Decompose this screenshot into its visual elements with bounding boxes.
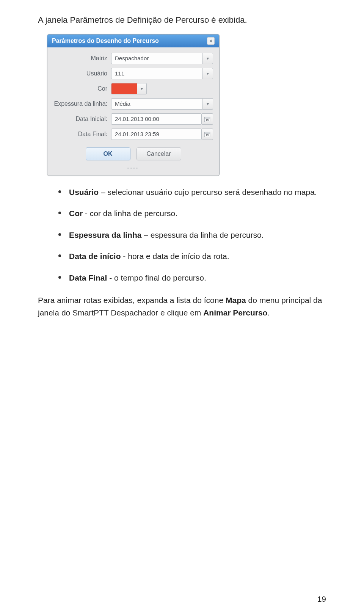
date-inicial[interactable]: 24.01.2013 00:00 15 xyxy=(111,113,213,125)
bullet-term: Cor xyxy=(69,209,83,218)
input-espessura[interactable]: Média xyxy=(111,98,202,110)
dialog-titlebar[interactable]: Parâmetros do Desenho do Percurso × xyxy=(47,35,219,47)
bullet-term: Data de início xyxy=(69,252,121,260)
bullet-text: hora e data de início da rota. xyxy=(128,252,229,260)
dialog-footer: OK Cancelar xyxy=(53,144,213,166)
row-cor: Cor ▾ xyxy=(53,83,213,94)
bullet-term: Usuário xyxy=(69,188,99,196)
bullet-text: cor da linha de percurso. xyxy=(90,209,177,218)
svg-text:15: 15 xyxy=(206,118,209,122)
bullet-sep: – xyxy=(99,188,107,196)
list-item: Data de início - hora e data de início d… xyxy=(58,251,326,262)
combo-matriz[interactable]: Despachador ▾ xyxy=(111,53,213,64)
para-bold: Mapa xyxy=(226,296,246,304)
intro-text: A janela Parâmetros de Definição de Perc… xyxy=(38,15,326,25)
ok-button[interactable]: OK xyxy=(86,147,130,160)
calendar-icon[interactable]: 15 xyxy=(202,113,213,125)
para-text: Para animar rotas exibidas, expanda a li… xyxy=(38,296,226,304)
label-usuario: Usuário xyxy=(53,70,111,77)
cancel-button[interactable]: Cancelar xyxy=(136,147,181,160)
instruction-paragraph: Para animar rotas exibidas, expanda a li… xyxy=(38,294,326,319)
para-text: . xyxy=(267,308,270,317)
bullet-sep: - xyxy=(121,252,128,260)
row-matriz: Matriz Despachador ▾ xyxy=(53,53,213,64)
input-usuario[interactable]: 111 xyxy=(111,68,202,79)
calendar-icon[interactable]: 15 xyxy=(202,129,213,140)
bullet-term: Data Final xyxy=(69,273,107,282)
chevron-down-icon[interactable]: ▾ xyxy=(202,53,213,64)
label-data-final: Data Final: xyxy=(53,131,111,138)
bullet-text: espessura da linha de percurso. xyxy=(151,231,264,239)
label-espessura: Expessura da linha: xyxy=(53,100,111,107)
bullet-sep: - xyxy=(107,273,114,282)
list-item: Usuário – selecionar usuário cujo percur… xyxy=(58,187,326,198)
combo-espessura[interactable]: Média ▾ xyxy=(111,98,213,110)
svg-text:15: 15 xyxy=(206,133,209,137)
bullet-text: selecionar usuário cujo percurso será de… xyxy=(108,188,317,196)
row-espessura: Expessura da linha: Média ▾ xyxy=(53,98,213,110)
row-usuario: Usuário 111 ▾ xyxy=(53,68,213,79)
bullet-sep: – xyxy=(141,231,150,239)
chevron-down-icon[interactable]: ▾ xyxy=(202,68,213,79)
label-matriz: Matriz xyxy=(53,55,111,62)
page-number: 19 xyxy=(317,595,326,604)
row-data-inicial: Data Inicial: 24.01.2013 00:00 15 xyxy=(53,113,213,125)
dialog-route-params: Parâmetros do Desenho do Percurso × Matr… xyxy=(47,34,220,176)
combo-usuario[interactable]: 111 ▾ xyxy=(111,68,213,79)
list-item: Espessura da linha – espessura da linha … xyxy=(58,229,326,241)
list-item: Cor - cor da linha de percurso. xyxy=(58,208,326,219)
dialog-title-label: Parâmetros do Desenho do Percurso xyxy=(52,38,159,44)
list-item: Data Final - o tempo final do percurso. xyxy=(58,272,326,284)
resize-handle-icon[interactable]: •••• xyxy=(53,166,213,173)
input-data-final[interactable]: 24.01.2013 23:59 xyxy=(111,129,202,140)
close-icon[interactable]: × xyxy=(207,37,215,45)
chevron-down-icon[interactable]: ▾ xyxy=(137,83,147,94)
color-picker[interactable]: ▾ xyxy=(111,83,147,94)
bullet-text: o tempo final do percurso. xyxy=(114,273,206,282)
bullet-list: Usuário – selecionar usuário cujo percur… xyxy=(58,187,326,284)
bullet-term: Espessura da linha xyxy=(69,231,141,239)
dialog-body: Matriz Despachador ▾ Usuário 111 ▾ Cor ▾ xyxy=(47,47,219,176)
input-matriz[interactable]: Despachador xyxy=(111,53,202,64)
para-bold: Animar Percurso xyxy=(203,308,267,317)
chevron-down-icon[interactable]: ▾ xyxy=(202,98,213,110)
color-swatch[interactable] xyxy=(111,83,137,94)
input-data-inicial[interactable]: 24.01.2013 00:00 xyxy=(111,113,202,125)
label-cor: Cor xyxy=(53,85,111,92)
row-data-final: Data Final: 24.01.2013 23:59 15 xyxy=(53,129,213,140)
bullet-sep: - xyxy=(83,209,90,218)
label-data-inicial: Data Inicial: xyxy=(53,116,111,122)
date-final[interactable]: 24.01.2013 23:59 15 xyxy=(111,129,213,140)
